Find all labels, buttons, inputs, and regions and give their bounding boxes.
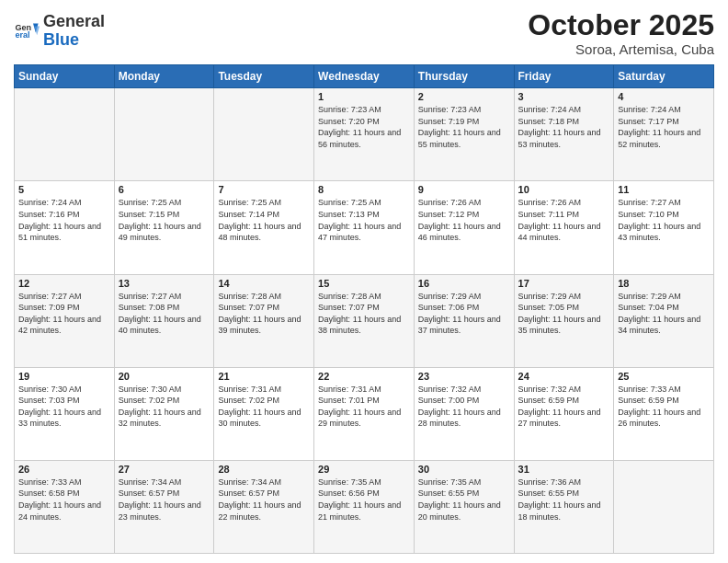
calendar-cell-4-2: 20Sunrise: 7:30 AMSunset: 7:02 PMDayligh… [114, 367, 214, 460]
calendar-cell-5-7 [614, 460, 714, 553]
day-info: Sunrise: 7:29 AMSunset: 7:06 PMDaylight:… [418, 291, 510, 337]
calendar-cell-2-4: 8Sunrise: 7:25 AMSunset: 7:13 PMDaylight… [314, 181, 415, 274]
calendar-cell-3-3: 14Sunrise: 7:28 AMSunset: 7:07 PMDayligh… [214, 274, 314, 367]
day-number: 30 [418, 464, 510, 475]
day-number: 31 [518, 464, 610, 475]
calendar-cell-1-6: 3Sunrise: 7:24 AMSunset: 7:18 PMDaylight… [514, 88, 614, 181]
day-number: 24 [518, 371, 610, 382]
day-number: 17 [518, 278, 610, 289]
calendar-cell-3-2: 13Sunrise: 7:27 AMSunset: 7:08 PMDayligh… [114, 274, 214, 367]
day-info: Sunrise: 7:30 AMSunset: 7:02 PMDaylight:… [119, 384, 210, 430]
weekday-header-wednesday: Wednesday [314, 65, 415, 88]
day-info: Sunrise: 7:28 AMSunset: 7:07 PMDaylight:… [218, 291, 310, 337]
logo-icon: Gen eral [14, 18, 40, 44]
calendar-cell-5-6: 31Sunrise: 7:36 AMSunset: 6:55 PMDayligh… [514, 460, 614, 553]
day-info: Sunrise: 7:24 AMSunset: 7:16 PMDaylight:… [18, 197, 110, 243]
weekday-header-friday: Friday [514, 65, 614, 88]
calendar-cell-3-4: 15Sunrise: 7:28 AMSunset: 7:07 PMDayligh… [314, 274, 415, 367]
logo: Gen eral General Blue [14, 13, 105, 50]
day-number: 22 [318, 371, 410, 382]
calendar-cell-2-3: 7Sunrise: 7:25 AMSunset: 7:14 PMDaylight… [214, 181, 314, 274]
day-info: Sunrise: 7:25 AMSunset: 7:15 PMDaylight:… [119, 197, 210, 243]
day-number: 12 [18, 278, 110, 289]
day-number: 21 [218, 371, 310, 382]
day-info: Sunrise: 7:34 AMSunset: 6:57 PMDaylight:… [119, 477, 210, 523]
day-info: Sunrise: 7:23 AMSunset: 7:19 PMDaylight:… [418, 104, 510, 150]
calendar-cell-4-7: 25Sunrise: 7:33 AMSunset: 6:59 PMDayligh… [614, 367, 714, 460]
day-info: Sunrise: 7:24 AMSunset: 7:17 PMDaylight:… [618, 104, 710, 150]
day-number: 27 [119, 464, 210, 475]
day-number: 6 [119, 184, 210, 195]
calendar-cell-3-1: 12Sunrise: 7:27 AMSunset: 7:09 PMDayligh… [15, 274, 115, 367]
calendar-cell-4-4: 22Sunrise: 7:31 AMSunset: 7:01 PMDayligh… [314, 367, 415, 460]
weekday-header-row: SundayMondayTuesdayWednesdayThursdayFrid… [15, 65, 714, 88]
day-number: 14 [218, 278, 310, 289]
day-number: 1 [318, 91, 410, 102]
day-info: Sunrise: 7:27 AMSunset: 7:08 PMDaylight:… [119, 291, 210, 337]
day-info: Sunrise: 7:34 AMSunset: 6:57 PMDaylight:… [218, 477, 310, 523]
week-row-5: 26Sunrise: 7:33 AMSunset: 6:58 PMDayligh… [15, 460, 714, 553]
calendar-cell-2-5: 9Sunrise: 7:26 AMSunset: 7:12 PMDaylight… [414, 181, 514, 274]
day-number: 3 [518, 91, 610, 102]
calendar-cell-1-7: 4Sunrise: 7:24 AMSunset: 7:17 PMDaylight… [614, 88, 714, 181]
day-info: Sunrise: 7:33 AMSunset: 6:58 PMDaylight:… [18, 477, 110, 523]
calendar-cell-2-1: 5Sunrise: 7:24 AMSunset: 7:16 PMDaylight… [15, 181, 115, 274]
location-title: Soroa, Artemisa, Cuba [528, 41, 714, 57]
day-number: 16 [418, 278, 510, 289]
day-number: 15 [318, 278, 410, 289]
svg-text:eral: eral [15, 30, 29, 40]
weekday-header-sunday: Sunday [15, 65, 115, 88]
month-title: October 2025 [528, 9, 714, 41]
day-info: Sunrise: 7:23 AMSunset: 7:20 PMDaylight:… [318, 104, 410, 150]
day-number: 26 [18, 464, 110, 475]
day-number: 28 [218, 464, 310, 475]
logo-blue: Blue [43, 31, 105, 50]
day-info: Sunrise: 7:25 AMSunset: 7:13 PMDaylight:… [318, 197, 410, 243]
calendar-cell-5-5: 30Sunrise: 7:35 AMSunset: 6:55 PMDayligh… [414, 460, 514, 553]
week-row-3: 12Sunrise: 7:27 AMSunset: 7:09 PMDayligh… [15, 274, 714, 367]
day-info: Sunrise: 7:25 AMSunset: 7:14 PMDaylight:… [218, 197, 310, 243]
day-info: Sunrise: 7:27 AMSunset: 7:09 PMDaylight:… [18, 291, 110, 337]
calendar-body: 1Sunrise: 7:23 AMSunset: 7:20 PMDaylight… [15, 88, 714, 554]
calendar-cell-1-3 [214, 88, 314, 181]
calendar-cell-3-7: 18Sunrise: 7:29 AMSunset: 7:04 PMDayligh… [614, 274, 714, 367]
page: Gen eral General Blue October 2025 Soroa… [0, 0, 728, 563]
day-number: 23 [418, 371, 510, 382]
day-number: 18 [618, 278, 710, 289]
day-info: Sunrise: 7:27 AMSunset: 7:10 PMDaylight:… [618, 197, 710, 243]
day-number: 4 [618, 91, 710, 102]
weekday-header-saturday: Saturday [614, 65, 714, 88]
day-number: 10 [518, 184, 610, 195]
calendar-cell-2-2: 6Sunrise: 7:25 AMSunset: 7:15 PMDaylight… [114, 181, 214, 274]
day-number: 9 [418, 184, 510, 195]
day-number: 19 [18, 371, 110, 382]
calendar-table: SundayMondayTuesdayWednesdayThursdayFrid… [14, 64, 714, 554]
day-info: Sunrise: 7:32 AMSunset: 7:00 PMDaylight:… [418, 384, 510, 430]
day-number: 7 [218, 184, 310, 195]
weekday-header-monday: Monday [114, 65, 214, 88]
day-number: 13 [119, 278, 210, 289]
week-row-2: 5Sunrise: 7:24 AMSunset: 7:16 PMDaylight… [15, 181, 714, 274]
calendar-cell-1-5: 2Sunrise: 7:23 AMSunset: 7:19 PMDaylight… [414, 88, 514, 181]
day-info: Sunrise: 7:30 AMSunset: 7:03 PMDaylight:… [18, 384, 110, 430]
calendar-cell-1-4: 1Sunrise: 7:23 AMSunset: 7:20 PMDaylight… [314, 88, 415, 181]
calendar-cell-1-1 [15, 88, 115, 181]
calendar-cell-4-1: 19Sunrise: 7:30 AMSunset: 7:03 PMDayligh… [15, 367, 115, 460]
day-info: Sunrise: 7:35 AMSunset: 6:56 PMDaylight:… [318, 477, 410, 523]
day-info: Sunrise: 7:31 AMSunset: 7:02 PMDaylight:… [218, 384, 310, 430]
calendar-cell-5-4: 29Sunrise: 7:35 AMSunset: 6:56 PMDayligh… [314, 460, 415, 553]
calendar-cell-3-5: 16Sunrise: 7:29 AMSunset: 7:06 PMDayligh… [414, 274, 514, 367]
day-info: Sunrise: 7:26 AMSunset: 7:11 PMDaylight:… [518, 197, 610, 243]
day-number: 20 [119, 371, 210, 382]
calendar-cell-5-3: 28Sunrise: 7:34 AMSunset: 6:57 PMDayligh… [214, 460, 314, 553]
day-info: Sunrise: 7:28 AMSunset: 7:07 PMDaylight:… [318, 291, 410, 337]
day-number: 8 [318, 184, 410, 195]
logo-general: General [43, 13, 105, 31]
header: Gen eral General Blue October 2025 Soroa… [14, 9, 714, 57]
calendar-cell-5-2: 27Sunrise: 7:34 AMSunset: 6:57 PMDayligh… [114, 460, 214, 553]
logo-text: General Blue [43, 13, 105, 50]
day-number: 2 [418, 91, 510, 102]
calendar-cell-4-5: 23Sunrise: 7:32 AMSunset: 7:00 PMDayligh… [414, 367, 514, 460]
calendar-cell-5-1: 26Sunrise: 7:33 AMSunset: 6:58 PMDayligh… [15, 460, 115, 553]
calendar-cell-1-2 [114, 88, 214, 181]
